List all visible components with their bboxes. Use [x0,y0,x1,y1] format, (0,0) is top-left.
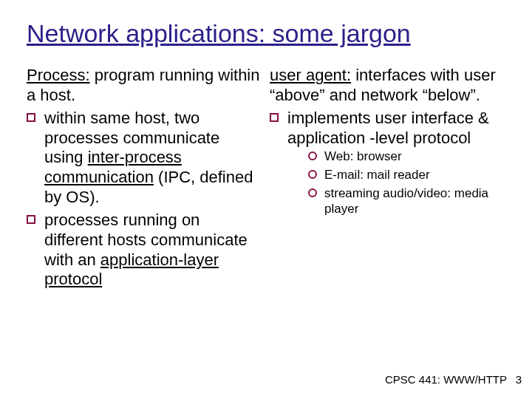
list-item: Web: browser [308,149,505,165]
left-bullets: within same host, two processes communic… [27,109,262,290]
left-lead: Process: program running within a host. [27,66,262,106]
sub-bullet-text: Web: browser [324,149,402,163]
left-lead-term: Process: [27,66,90,84]
page-number: 3 [510,373,522,386]
right-lead: user agent: interfaces with user “above”… [270,66,505,106]
sub-bullet-text: E-mail: mail reader [324,168,430,182]
content-columns: Process: program running within a host. … [27,66,505,293]
list-item: streaming audio/video: media player [308,186,505,216]
slide-title: Network applications: some jargon [27,19,505,48]
list-item: implements user interface & application … [270,109,505,217]
list-item: E-mail: mail reader [308,168,505,183]
sub-bullet-text: streaming audio/video: media player [324,186,488,216]
slide: Network applications: some jargon Proces… [0,0,532,399]
list-item: within same host, two processes communic… [27,109,262,208]
right-bullets: implements user interface & application … [270,109,505,217]
left-column: Process: program running within a host. … [27,66,262,293]
right-column: user agent: interfaces with user “above”… [270,66,505,293]
bullet-text-pre: implements user interface & application … [287,109,489,147]
right-lead-term: user agent: [270,66,351,84]
list-item: processes running on different hosts com… [27,211,262,290]
sub-bullets: Web: browser E-mail: mail reader streami… [308,149,505,216]
footer-text: CPSC 441: WWW/HTTP [385,373,507,386]
